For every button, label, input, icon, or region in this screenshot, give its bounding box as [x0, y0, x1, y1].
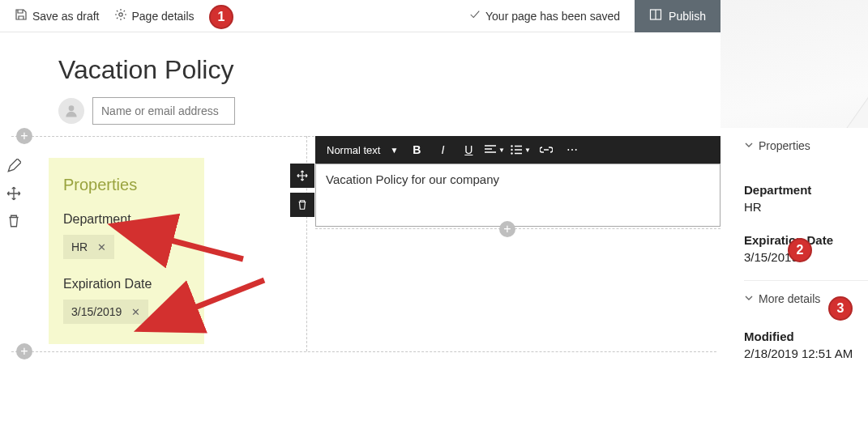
annotation-arrow — [154, 227, 251, 270]
properties-webpart-title: Properties — [63, 176, 190, 194]
delete-webpart-button[interactable] — [290, 193, 314, 217]
prop-dept-tag[interactable]: HR ✕ — [63, 235, 114, 259]
svg-point-3 — [511, 145, 512, 147]
annotation-badge: 2 — [788, 238, 812, 262]
page-saved-status: Your page has been saved — [469, 9, 635, 23]
text-style-dropdown[interactable]: Normal text ▼ — [322, 144, 403, 156]
details-sidebar: Properties Department HR Expiration Date… — [744, 128, 868, 438]
chevron-down-icon: ▼ — [390, 146, 398, 155]
close-icon[interactable]: ✕ — [131, 306, 140, 318]
editor-content: Vacation Policy for our company — [326, 172, 499, 186]
sidebar-modified-value: 2/18/2019 12:51 AM — [744, 343, 868, 372]
publish-label: Publish — [669, 10, 706, 23]
page-details-label: Page details — [132, 10, 195, 23]
page-canvas: Vacation Policy + + Properties Departmen… — [19, 32, 720, 438]
annotation-badge: 1 — [209, 5, 233, 29]
chevron-down-icon: ▼ — [498, 147, 505, 154]
author-input[interactable] — [92, 97, 235, 125]
close-icon[interactable]: ✕ — [97, 241, 106, 253]
bold-button[interactable]: B — [404, 136, 429, 164]
page-details-button[interactable]: Page details — [114, 8, 195, 23]
section-divider — [315, 228, 720, 229]
text-webpart: Normal text ▼ B I U ▼ ▼ ⋯ Vacation Polic… — [315, 136, 720, 229]
thumbnail-panel — [720, 0, 868, 128]
page-saved-label: Your page has been saved — [485, 10, 620, 23]
annotation-arrow — [177, 275, 274, 327]
sidebar-dept-label: Department — [744, 175, 868, 197]
sidebar-section-properties[interactable]: Properties — [744, 128, 868, 160]
page-title[interactable]: Vacation Policy — [58, 55, 233, 85]
editor-textarea[interactable]: Vacation Policy for our company — [315, 164, 720, 227]
text-style-label: Normal text — [327, 144, 380, 156]
prop-exp-label: Expiration Date — [63, 277, 190, 291]
add-section-button[interactable]: + — [16, 343, 32, 359]
more-button[interactable]: ⋯ — [560, 136, 584, 164]
gear-icon — [114, 8, 127, 23]
prop-exp-tag[interactable]: 3/15/2019 ✕ — [63, 300, 148, 324]
editor-toolbar: Normal text ▼ B I U ▼ ▼ ⋯ — [315, 136, 720, 164]
save-as-draft-label: Save as draft — [32, 10, 100, 23]
move-webpart-button[interactable] — [290, 164, 314, 188]
chevron-down-icon: ▼ — [524, 147, 531, 154]
svg-point-5 — [511, 152, 512, 154]
svg-point-4 — [511, 149, 512, 151]
publish-button[interactable]: Publish — [635, 0, 720, 32]
section-divider — [11, 351, 716, 352]
prop-dept-value: HR — [71, 240, 88, 253]
annotation-badge: 3 — [828, 296, 853, 321]
sidebar-section-properties-label: Properties — [759, 139, 810, 152]
top-bar: Save as draft Page details Your page has… — [0, 0, 720, 32]
sidebar-section-more-label: More details — [759, 292, 820, 305]
add-section-button[interactable]: + — [16, 128, 32, 144]
avatar-icon — [58, 98, 84, 124]
webpart-side-controls — [290, 164, 314, 222]
prop-exp-value: 3/15/2019 — [71, 305, 122, 318]
author-row — [58, 97, 235, 125]
svg-point-0 — [118, 13, 122, 16]
underline-button[interactable]: U — [456, 136, 481, 164]
add-webpart-button[interactable]: + — [499, 221, 515, 237]
sidebar-modified-label: Modified — [744, 321, 868, 343]
link-button[interactable] — [534, 136, 558, 164]
prop-dept-label: Department — [63, 212, 190, 227]
topbar-right: Your page has been saved Publish — [469, 0, 720, 32]
list-button[interactable]: ▼ — [508, 136, 532, 164]
chevron-down-icon — [744, 139, 754, 152]
sidebar-more-block: Modified 2/18/2019 12:51 AM — [744, 313, 868, 372]
italic-button[interactable]: I — [430, 136, 455, 164]
topbar-left: Save as draft Page details — [0, 8, 195, 23]
save-icon — [15, 8, 28, 23]
save-as-draft-button[interactable]: Save as draft — [15, 8, 100, 23]
publish-icon — [649, 8, 662, 23]
chevron-down-icon — [744, 292, 754, 305]
check-icon — [469, 9, 481, 23]
sidebar-dept-value: HR — [744, 197, 868, 225]
align-button[interactable]: ▼ — [482, 136, 507, 164]
